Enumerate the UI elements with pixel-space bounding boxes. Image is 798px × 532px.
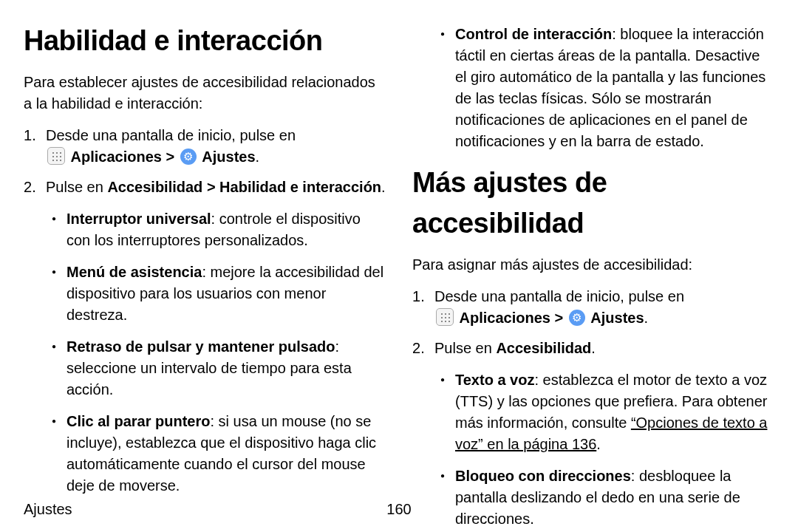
list-item: Texto a voz: establezca el motor de text… [455, 369, 774, 455]
step-2-b: Accesibilidad > Habilidad e interacción [107, 179, 381, 195]
apps-icon [47, 147, 65, 165]
settings-label: Ajustes [202, 149, 255, 165]
step-1: Desde una pantalla de inicio, pulse en A… [24, 125, 386, 168]
step-2-c: . [381, 179, 386, 195]
intro-dexterity: Para establecer ajustes de accesibilidad… [24, 72, 386, 115]
tts-title: Texto a voz [455, 372, 534, 388]
tts-desc-end: . [596, 436, 601, 452]
heading-more-accessibility: Más ajustes de accesibilidad [412, 163, 774, 244]
apps-label: Aplicaciones [71, 149, 162, 165]
steps-more: Desde una pantalla de inicio, pulse en A… [412, 286, 774, 530]
step-2-a: Pulse en [46, 179, 107, 195]
touch-hold-title: Retraso de pulsar y mantener pulsado [66, 338, 335, 355]
footer-section: Ajustes [24, 499, 72, 520]
gear-icon [569, 310, 585, 326]
interaction-control-list: Control de interacción: bloquee la inter… [412, 24, 774, 152]
list-item: Bloqueo con direcciones: desbloquee la p… [455, 466, 774, 530]
step-1-text: Desde una pantalla de inicio, pulse en [46, 127, 296, 143]
assistant-menu-title: Menú de asistencia [66, 264, 202, 280]
direction-lock-title: Bloqueo con direcciones [455, 468, 631, 484]
steps-dexterity: Desde una pantalla de inicio, pulse en A… [24, 125, 386, 497]
settings-label: Ajustes [590, 310, 644, 326]
click-pointer-title: Clic al parar puntero [66, 413, 211, 429]
step-2: Pulse en Accesibilidad. Texto a voz: est… [412, 338, 774, 530]
dot: . [644, 310, 649, 326]
page: Habilidad e interacción Para establecer … [0, 0, 798, 532]
list-item: Retraso de pulsar y mantener pulsado: se… [66, 336, 386, 400]
left-column: Habilidad e interacción Para establecer … [24, 21, 399, 532]
footer-page-number: 160 [386, 499, 411, 520]
step-1-text: Desde una pantalla de inicio, pulse en [434, 288, 684, 304]
interaction-control-title: Control de interacción [455, 26, 612, 42]
list-item: Interruptor universal: controle el dispo… [66, 208, 386, 251]
interaction-control-desc: : bloquee la interacción táctil en ciert… [455, 26, 765, 149]
list-item: Control de interacción: bloquee la inter… [455, 24, 774, 152]
step-2-c: . [591, 340, 596, 356]
heading-dexterity: Habilidad e interacción [24, 21, 386, 61]
intro-more: Para asignar más ajustes de accesibilida… [412, 254, 774, 276]
step-2-a: Pulse en [434, 340, 496, 356]
step-1: Desde una pantalla de inicio, pulse en A… [412, 286, 774, 329]
list-item: Clic al parar puntero: si usa un mouse (… [66, 411, 386, 497]
right-column: Control de interacción: bloquee la inter… [399, 21, 774, 532]
list-item: Menú de asistencia: mejore la accesibili… [66, 262, 386, 326]
dexterity-options: Interruptor universal: controle el dispo… [46, 208, 386, 497]
separator: > [162, 149, 179, 165]
apps-icon [436, 308, 454, 326]
apps-label: Aplicaciones [460, 310, 550, 326]
step-2-b: Accesibilidad [496, 340, 591, 356]
gear-icon [180, 149, 197, 165]
separator: > [550, 310, 567, 326]
dot: . [256, 149, 260, 165]
more-options: Texto a voz: establezca el motor de text… [434, 369, 774, 530]
step-2: Pulse en Accesibilidad > Habilidad e int… [24, 177, 386, 497]
universal-switch-title: Interruptor universal [66, 211, 211, 227]
